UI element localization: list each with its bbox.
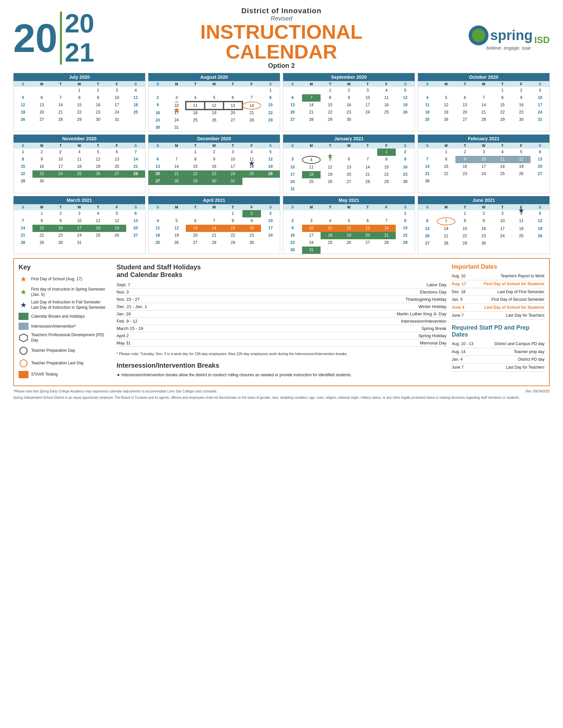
day-1: 1 bbox=[70, 87, 89, 94]
day-22: 22 bbox=[32, 232, 51, 239]
day-12: 12 bbox=[89, 156, 108, 163]
day-4: 4 bbox=[89, 210, 108, 217]
day-4: 4 bbox=[418, 94, 437, 102]
day-21: 21 bbox=[474, 109, 493, 116]
intersession-title: Intersession/Intervention Breaks bbox=[117, 362, 446, 369]
day-18: 18 bbox=[186, 110, 205, 117]
day-2: 2 bbox=[32, 149, 51, 156]
year-display: 20 20 21 bbox=[13, 9, 94, 67]
dh-sa: S bbox=[261, 143, 280, 149]
day-27: 27 bbox=[108, 170, 126, 178]
dh-f: F bbox=[512, 81, 531, 87]
day-21: 21 bbox=[167, 170, 186, 178]
day-22: 22 bbox=[455, 233, 474, 240]
month-march-2021: March 2021 S M T W T F S 1 2 3 4 5 6 7 8… bbox=[13, 196, 145, 254]
day-7: 7 bbox=[167, 156, 186, 163]
day-empty bbox=[302, 210, 321, 217]
day-2: 2 bbox=[148, 94, 167, 102]
logo-lockup: spring ISD bbox=[469, 25, 550, 45]
day-18: 18 bbox=[377, 102, 396, 109]
holiday-date: Feb. 9 - 12 bbox=[117, 319, 153, 324]
day-3: 3 bbox=[167, 94, 186, 102]
day-10: 10 bbox=[70, 217, 89, 225]
dh-f: F bbox=[108, 81, 126, 87]
dh-sa: S bbox=[531, 204, 549, 210]
day-23: 23 bbox=[283, 239, 302, 247]
day-21: 21 bbox=[51, 109, 70, 116]
day-20: 20 bbox=[223, 110, 242, 117]
day-4: 4 bbox=[126, 87, 145, 94]
dh-w: W bbox=[70, 81, 89, 87]
day-30: 30 bbox=[396, 178, 415, 186]
day-20: 20 bbox=[126, 225, 145, 232]
day-5: 5 bbox=[531, 210, 549, 217]
day-10: 10 bbox=[358, 94, 377, 102]
dh-f: F bbox=[242, 81, 261, 87]
key-icon-green-star: ★ bbox=[19, 287, 28, 297]
day-14: 14 bbox=[242, 102, 261, 110]
day-4: 4 bbox=[377, 87, 396, 94]
day-20: 20 bbox=[358, 232, 377, 239]
day-18: 18 bbox=[148, 232, 167, 239]
month-header-nov: November 2020 bbox=[14, 135, 145, 143]
day-2: 2 bbox=[396, 149, 415, 156]
holiday-labor-day: Sept. 7 Labor Day bbox=[117, 281, 446, 289]
day-empty bbox=[531, 240, 549, 247]
day-29: 29 bbox=[70, 116, 89, 123]
day-26: 26 bbox=[205, 117, 223, 124]
imp-date-label: June 4 bbox=[452, 305, 475, 310]
day-7: 7 bbox=[377, 217, 396, 225]
year-left: 20 bbox=[13, 18, 57, 58]
calendar-grid: July 2020 S M T W T F S 1 2 3 4 5 6 7 8 … bbox=[13, 73, 550, 254]
day-2: 2 bbox=[512, 87, 531, 94]
day-23: 23 bbox=[89, 109, 108, 116]
holiday-intersession-feb: Feb. 9 - 12 Intersession/Intevention bbox=[117, 318, 446, 325]
day-8: 8 bbox=[261, 94, 280, 102]
day-28: 28 bbox=[14, 239, 32, 247]
day-empty bbox=[340, 247, 358, 254]
day-16: 16 bbox=[455, 163, 474, 170]
day-1: 1 bbox=[455, 210, 474, 217]
day-1: 1 bbox=[321, 87, 340, 94]
dh-t2: T bbox=[89, 143, 108, 149]
day-6: 6 bbox=[455, 94, 474, 102]
day-empty bbox=[283, 149, 302, 156]
day-13: 13 bbox=[223, 102, 242, 110]
day-9: 9 bbox=[340, 94, 358, 102]
key-item-pd-day: Teachers Professional Development (PD) D… bbox=[19, 333, 111, 343]
day-25: 25 bbox=[493, 170, 512, 178]
dh-m: M bbox=[32, 143, 51, 149]
dh-m: M bbox=[32, 81, 51, 87]
day-8: 8 bbox=[223, 217, 242, 225]
day-empty bbox=[418, 210, 437, 217]
dh-w: W bbox=[340, 81, 358, 87]
day-17: 17 bbox=[261, 225, 280, 232]
day-13: 13 bbox=[358, 225, 377, 232]
day-15: 15 bbox=[377, 164, 396, 171]
day-12: 12 bbox=[261, 156, 280, 163]
day-5: 5 bbox=[396, 87, 415, 94]
imp-date-name: Teachers Report to Work bbox=[475, 273, 544, 279]
day-empty bbox=[89, 239, 108, 247]
month-grid-feb: S M T W T F S 1 2 3 4 5 6 7 8 9 10 11 12… bbox=[418, 143, 549, 185]
day-empty bbox=[167, 210, 186, 217]
day-15: 15 bbox=[70, 102, 89, 109]
month-grid-jan: S M T W T F S 1 2 3 4 ★ 5 6 7 8 9 bbox=[283, 143, 415, 193]
day-16: 16 bbox=[283, 232, 302, 239]
day-18: 18 bbox=[126, 102, 145, 109]
day-27: 27 bbox=[283, 116, 302, 123]
day-2: 2 bbox=[242, 210, 261, 217]
holiday-date: Nov. 23 - 27 bbox=[117, 297, 153, 302]
day-17-star: ★ 17 bbox=[167, 110, 186, 117]
dh-s: S bbox=[283, 204, 302, 210]
holiday-name: Winter Holiday bbox=[418, 304, 446, 309]
day-empty bbox=[283, 87, 302, 94]
day-31: 31 bbox=[223, 178, 242, 185]
day-17: 17 bbox=[51, 163, 70, 170]
day-2: 2 bbox=[205, 149, 223, 156]
key-text-spring-first: First day of Instruction in Spring Semes… bbox=[31, 287, 111, 297]
day-13: 13 bbox=[340, 164, 358, 171]
req-date-name: Last Day for Teachers bbox=[475, 365, 544, 370]
day-25: 25 bbox=[148, 239, 167, 247]
day-15: 15 bbox=[396, 225, 415, 232]
